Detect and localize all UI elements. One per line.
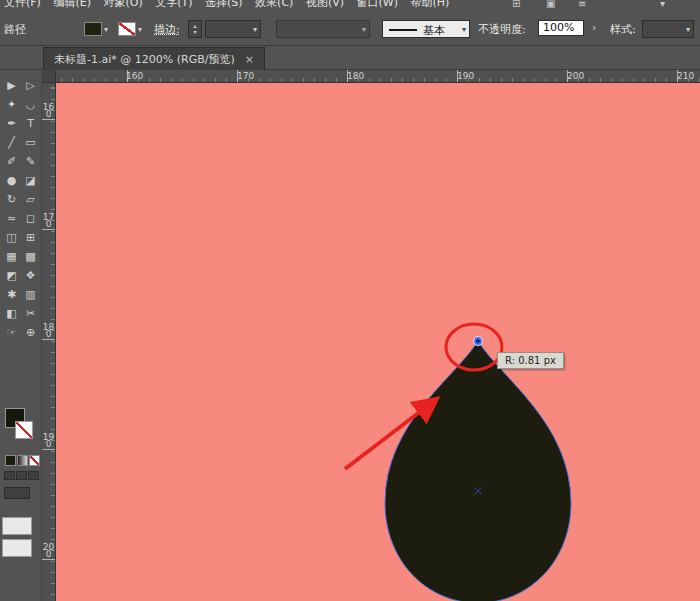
- ruler-corner[interactable]: [42, 70, 56, 83]
- mesh-tool[interactable]: ▦: [6, 247, 16, 266]
- opacity-label[interactable]: 不透明度:: [478, 22, 526, 37]
- fill-color-swatch[interactable]: [84, 22, 102, 36]
- style-combo[interactable]: ▾: [642, 20, 694, 38]
- stroke-color-swatch[interactable]: [118, 22, 136, 36]
- opacity-input[interactable]: 100%: [538, 20, 584, 36]
- hruler-number: 170: [237, 71, 254, 81]
- canvas-area[interactable]: R: 0.81 px: [56, 83, 700, 601]
- menu-bar: 文件(F) 编辑(E) 对象(O) 文字(T) 选择(S) 效果(C) 视图(V…: [0, 0, 700, 13]
- zoom-tool[interactable]: ⊕: [26, 323, 35, 342]
- blend-tool[interactable]: ❖: [26, 266, 36, 285]
- radius-tooltip: R: 0.81 px: [497, 352, 564, 369]
- vruler-number: 200: [42, 544, 55, 558]
- artwork-svg: [56, 83, 700, 601]
- teardrop-shape[interactable]: [385, 341, 571, 601]
- draw-behind-button[interactable]: [16, 471, 27, 480]
- document-tab[interactable]: 未标题-1.ai* @ 1200% (RGB/预览) ×: [43, 47, 265, 70]
- stroke-indicator-swatch[interactable]: [15, 421, 33, 439]
- menu-window[interactable]: 窗口(W): [356, 0, 397, 10]
- line-segment-tool[interactable]: ╱: [8, 133, 15, 152]
- menu-type[interactable]: 文字(T): [155, 0, 192, 10]
- vruler-number: 180: [42, 324, 55, 338]
- draw-inside-button[interactable]: [28, 471, 39, 480]
- fill-caret-icon[interactable]: ▾: [104, 25, 108, 34]
- tab-close-icon[interactable]: ×: [245, 53, 254, 66]
- menu-object[interactable]: 对象(O): [103, 0, 142, 10]
- vertical-ruler[interactable]: 160 170 180 190 200: [42, 83, 56, 601]
- control-bar: 路径 ▾ ▾ 描边: ▴ ▾ ▾ ▾ 基本 ▾ 不透明度: 100% › 样式:…: [0, 13, 700, 46]
- stroke-weight-caret-icon[interactable]: ▾: [253, 25, 257, 34]
- document-tab-title: 未标题-1.ai* @ 1200% (RGB/预览): [54, 52, 235, 67]
- direct-selection-tool[interactable]: ▷: [26, 76, 34, 95]
- symbol-sprayer-tool[interactable]: ✱: [7, 285, 16, 304]
- blob-brush-tool[interactable]: ●: [7, 171, 17, 190]
- vruler-number: 170: [42, 214, 55, 228]
- shape-builder-tool[interactable]: ◫: [6, 228, 16, 247]
- brush-caret-icon[interactable]: ▾: [462, 25, 466, 34]
- width-profile-caret-icon[interactable]: ▾: [362, 25, 366, 34]
- context-label: 路径: [4, 22, 26, 37]
- document-tab-bar: 未标题-1.ai* @ 1200% (RGB/预览) ×: [0, 47, 700, 70]
- perspective-grid-tool[interactable]: ⊞: [26, 228, 35, 247]
- brush-stroke-preview: [389, 29, 417, 31]
- column-graph-tool[interactable]: ▥: [25, 285, 35, 304]
- vruler-number: 190: [42, 434, 55, 448]
- tools-panel: ▶ ▷ ✦ ◡ ✒ T ╱ ▭ ✐ ✎ ● ◪ ↻ ▱ ≈ ◻ ◫ ⊞ ▦ ▩ …: [0, 70, 42, 601]
- menu-view[interactable]: 视图(V): [306, 0, 344, 10]
- gradient-button[interactable]: [17, 455, 28, 466]
- menu-effect[interactable]: 效果(C): [255, 0, 293, 10]
- stroke-weight-stepper[interactable]: ▴ ▾: [188, 20, 202, 38]
- menu-items: 文件(F) 编辑(E) 对象(O) 文字(T) 选择(S) 效果(C) 视图(V…: [4, 0, 458, 10]
- artboard-tool[interactable]: ◧: [6, 304, 16, 323]
- rectangle-tool[interactable]: ▭: [25, 133, 35, 152]
- tool-grid: ▶ ▷ ✦ ◡ ✒ T ╱ ▭ ✐ ✎ ● ◪ ↻ ▱ ≈ ◻ ◫ ⊞ ▦ ▩ …: [2, 76, 40, 342]
- style-caret-icon[interactable]: ▾: [686, 25, 690, 34]
- rotate-tool[interactable]: ↻: [7, 190, 16, 209]
- workspace-caret-icon[interactable]: ▾: [660, 0, 665, 9]
- docked-panel-stub-1[interactable]: [2, 517, 32, 535]
- slice-tool[interactable]: ✂: [26, 304, 35, 323]
- hruler-number: 200: [567, 71, 584, 81]
- stroke-weight-combo[interactable]: ▾: [205, 20, 261, 38]
- width-profile-combo[interactable]: ▾: [276, 20, 370, 38]
- lasso-tool[interactable]: ◡: [26, 95, 36, 114]
- hruler-number: 160: [126, 71, 143, 81]
- pen-tool[interactable]: ✒: [7, 114, 16, 133]
- draw-normal-button[interactable]: [4, 471, 15, 480]
- stroke-caret-icon[interactable]: ▾: [138, 25, 142, 34]
- gradient-tool[interactable]: ▩: [25, 247, 35, 266]
- hand-tool[interactable]: ☞: [7, 323, 17, 342]
- stroke-label[interactable]: 描边:: [154, 22, 180, 37]
- horizontal-ruler[interactable]: 160 170 180 190 200 210: [56, 70, 700, 83]
- pencil-tool[interactable]: ✎: [26, 152, 35, 171]
- docked-panel-stub-2[interactable]: [2, 539, 32, 557]
- paintbrush-tool[interactable]: ✐: [7, 152, 16, 171]
- menu-edit[interactable]: 编辑(E): [53, 0, 91, 10]
- vruler-number: 160: [42, 104, 55, 118]
- free-transform-tool[interactable]: ◻: [26, 209, 35, 228]
- eyedropper-tool[interactable]: ◩: [6, 266, 16, 285]
- opacity-flyout-chevron-icon[interactable]: ›: [592, 21, 596, 34]
- workspace-panel-icon[interactable]: ▣: [546, 0, 555, 9]
- workspace-bars-icon[interactable]: ≡: [578, 0, 586, 9]
- brush-definition-value: 基本: [423, 23, 445, 38]
- menu-help[interactable]: 帮助(H): [410, 0, 449, 10]
- type-tool[interactable]: T: [27, 114, 34, 133]
- width-tool[interactable]: ≈: [7, 209, 16, 228]
- menu-select[interactable]: 选择(S): [205, 0, 243, 10]
- hruler-number: 180: [347, 71, 364, 81]
- screen-mode-button[interactable]: [4, 487, 30, 499]
- menu-file[interactable]: 文件(F): [4, 0, 41, 10]
- magic-wand-tool[interactable]: ✦: [7, 95, 16, 114]
- scale-tool[interactable]: ▱: [26, 190, 34, 209]
- stepper-down-icon[interactable]: ▾: [193, 29, 196, 35]
- selection-tool[interactable]: ▶: [7, 76, 15, 95]
- anchor-point-center: [476, 339, 480, 343]
- workspace-grid-icon[interactable]: ⊞: [512, 0, 520, 9]
- hruler-number: 190: [457, 71, 474, 81]
- none-button[interactable]: [29, 455, 40, 466]
- brush-definition-combo[interactable]: 基本 ▾: [382, 20, 470, 38]
- eraser-tool[interactable]: ◪: [25, 171, 35, 190]
- illustrator-window: 文件(F) 编辑(E) 对象(O) 文字(T) 选择(S) 效果(C) 视图(V…: [0, 0, 700, 601]
- color-button[interactable]: [5, 455, 16, 466]
